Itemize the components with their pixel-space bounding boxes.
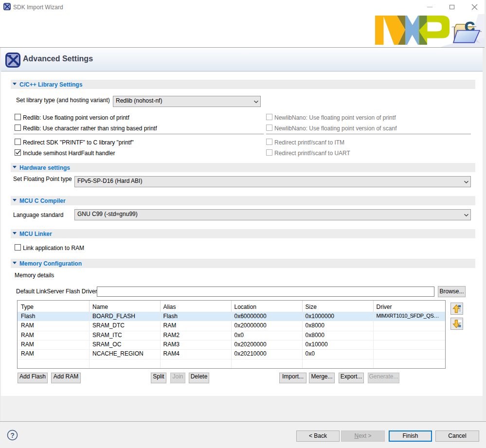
svg-text:?: ? (10, 431, 15, 439)
